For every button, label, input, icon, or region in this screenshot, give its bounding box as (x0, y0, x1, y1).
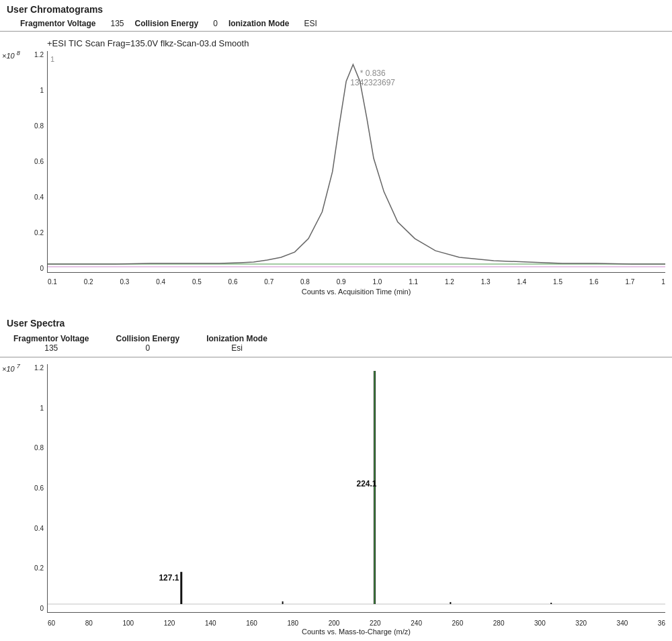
spectra-y-ticks: 0 0.2 0.4 0.6 0.8 1 1.2 (14, 364, 44, 612)
spectra-fragmentor-label: Fragmentor Voltage (13, 334, 89, 343)
spectra-meta-row: Fragmentor Voltage 135 Collision Energy … (0, 330, 672, 357)
x-tick: 1.0 (372, 278, 382, 286)
collision-value: 0 (213, 19, 218, 28)
spectra-collision-label: Collision Energy (116, 334, 179, 343)
x-tick: 120 (164, 619, 175, 627)
x-tick: 0.8 (300, 278, 310, 286)
x-tick: 140 (205, 619, 216, 627)
y-tick: 1 (14, 87, 44, 94)
spectra-chart-container: ×10 7 0 0.2 0.4 0.6 0.8 1 1.2 (0, 357, 672, 641)
y-tick: 0.6 (14, 158, 44, 165)
x-tick: 0.4 (156, 278, 165, 286)
y-tick: 0.8 (14, 444, 44, 452)
chromatograms-section: User Chromatograms Fragmentor Voltage 13… (0, 0, 672, 314)
x-tick: 0.1 (48, 278, 57, 286)
spectra-fragmentor-value: 135 (13, 343, 89, 353)
spectra-x-ticks: 60 80 100 120 140 160 180 200 220 240 26… (48, 619, 665, 627)
y-tick: 1.2 (14, 364, 44, 372)
x-tick: 1.5 (553, 278, 562, 286)
chromatogram-x-ticks: 0.1 0.2 0.3 0.4 0.5 0.6 0.7 0.8 0.9 1.0 … (48, 278, 665, 286)
spectra-section: User Spectra Fragmentor Voltage 135 Coll… (0, 314, 672, 641)
y-tick: 1.2 (14, 51, 44, 58)
x-tick: 1.2 (445, 278, 454, 286)
x-tick: 100 (122, 619, 134, 627)
x-tick: 340 (617, 619, 628, 627)
x-tick: 0.6 (228, 278, 238, 286)
x-tick: 200 (329, 619, 340, 627)
x-tick: 1 (661, 278, 665, 286)
chromatogram-y-ticks: 0 0.2 0.4 0.6 0.8 1 1.2 (14, 51, 44, 272)
x-tick: 1.6 (589, 278, 599, 286)
peak-224-label: 224.1 (357, 479, 377, 488)
x-tick: 0.5 (192, 278, 202, 286)
chromatogram-x-axis-label: Counts vs. Acquisition Time (min) (47, 288, 665, 296)
x-tick: 0.9 (337, 278, 346, 286)
chromatograms-meta-row: Fragmentor Voltage 135 Collision Energy … (0, 16, 672, 32)
y-tick: 0.4 (14, 525, 44, 532)
chromatograms-header: User Chromatograms (0, 0, 672, 16)
spectra-x-axis-label: Counts vs. Mass-to-Charge (m/z) (47, 628, 665, 636)
chromatogram-title: +ESI TIC Scan Frag=135.0V flkz-Scan-03.d… (47, 38, 665, 48)
chromatogram-chart-area: ×10 8 0 0.2 0.4 0.6 0.8 1 1.2 1 * 0.836 … (47, 51, 665, 273)
x-tick: 300 (534, 619, 546, 627)
x-tick: 36 (658, 619, 665, 627)
spectra-ionization-value: Esi (206, 343, 267, 353)
spectra-ionization-col: Ionization Mode Esi (206, 334, 267, 353)
x-tick: 260 (452, 619, 464, 627)
ionization-label: Ionization Mode (228, 19, 290, 28)
x-tick: 280 (493, 619, 505, 627)
x-tick: 0.2 (84, 278, 93, 286)
spectra-chart-area: ×10 7 0 0.2 0.4 0.6 0.8 1 1.2 (47, 364, 665, 613)
x-tick: 1.7 (626, 278, 635, 286)
x-tick: 80 (85, 619, 93, 627)
y-tick: 0.4 (14, 194, 44, 201)
spectra-ionization-label: Ionization Mode (206, 334, 267, 343)
chromatogram-chart-container: +ESI TIC Scan Frag=135.0V flkz-Scan-03.d… (0, 32, 672, 314)
y-tick: 0.2 (14, 229, 44, 237)
y-tick: 0.6 (14, 484, 44, 492)
y-tick: 0 (14, 605, 44, 612)
y-tick: 1 (14, 404, 44, 412)
collision-label: Collision Energy (135, 19, 199, 28)
spectra-svg (48, 364, 665, 612)
y-tick: 0.8 (14, 122, 44, 130)
fragmentor-value: 135 (110, 19, 124, 28)
y-tick: 0.2 (14, 564, 44, 572)
y-tick: 0 (14, 265, 44, 272)
spectra-header: User Spectra (0, 314, 672, 330)
x-tick: 240 (411, 619, 422, 627)
x-tick: 0.3 (120, 278, 129, 286)
x-tick: 320 (575, 619, 587, 627)
x-tick: 60 (48, 619, 55, 627)
spectra-collision-value: 0 (116, 343, 179, 353)
x-tick: 0.7 (264, 278, 274, 286)
ionization-value: ESI (304, 19, 317, 28)
spectra-collision-col: Collision Energy 0 (116, 334, 179, 353)
fragmentor-label: Fragmentor Voltage (20, 19, 95, 28)
x-tick: 1.4 (517, 278, 526, 286)
spectra-fragmentor-col: Fragmentor Voltage 135 (13, 334, 89, 353)
x-tick: 1.1 (409, 278, 418, 286)
x-tick: 1.3 (481, 278, 491, 286)
peak-127-label: 127.1 (159, 573, 179, 583)
chromatogram-svg (48, 51, 665, 272)
x-tick: 160 (246, 619, 257, 627)
x-tick: 220 (370, 619, 381, 627)
x-tick: 180 (287, 619, 298, 627)
